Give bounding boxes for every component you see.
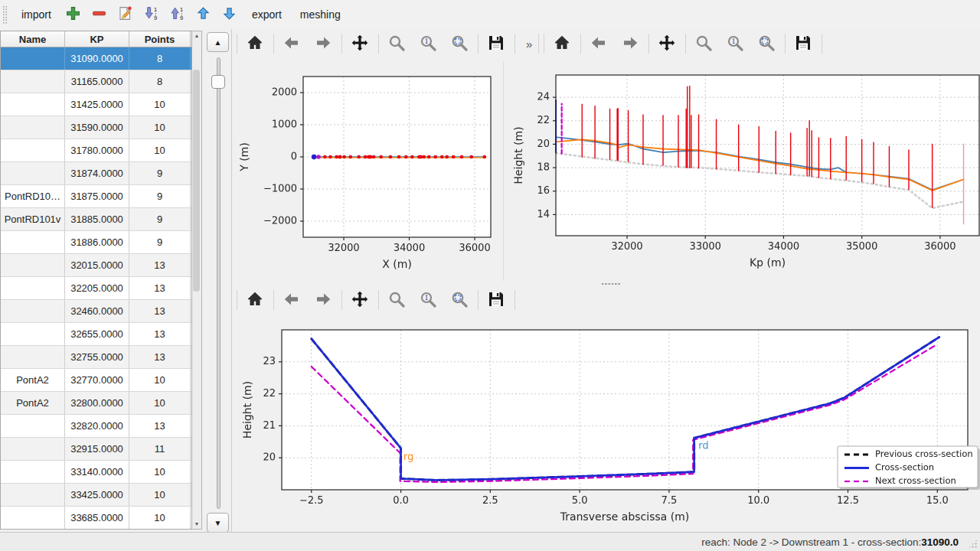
zoom-data-icon: 1 [419,34,437,54]
table-row[interactable]: 32205.000013 [1,277,191,300]
toolbar-separator [544,34,544,54]
table-row[interactable]: 31090.00008 [1,47,191,70]
scroll-up-icon[interactable]: ▲ [192,32,201,40]
cell-points: 8 [129,70,191,93]
move-down-button[interactable] [217,3,242,26]
cross-section-pan-button[interactable] [347,288,373,312]
toolbar-separator [237,290,237,310]
table-row[interactable]: 33140.000010 [1,461,191,484]
cell-name: PontA2 [1,392,65,414]
table-row[interactable]: 32655.000013 [1,323,191,346]
table-row[interactable]: 31590.000010 [1,116,191,139]
table-row[interactable]: 32915.000011 [1,438,191,461]
table-row[interactable]: 33685.000010 [1,507,191,530]
cell-points: 10 [129,461,191,483]
toolbar-separator [514,34,515,54]
cell-name: PontRD10… [1,185,65,207]
cross-section-plot[interactable] [234,312,980,532]
profile-home-button[interactable] [549,31,575,56]
scroll-down-icon[interactable]: ▼ [192,520,201,528]
figure-divider [503,61,504,281]
table-row[interactable]: PontRD10…31875.00009 [1,185,191,208]
plan-home-button[interactable] [242,31,268,56]
table-row[interactable]: PontA232770.000010 [1,369,191,392]
cross-section-back-button[interactable] [279,288,305,312]
cross-section-zoom-data-button[interactable]: 1 [415,288,441,312]
profile-zoom-button[interactable] [691,31,717,56]
cell-kp: 31090.0000 [65,47,129,70]
profile-back-button[interactable] [586,31,612,56]
sort-descending-button[interactable]: 1 9 [139,3,164,26]
table-row[interactable]: 32460.000013 [1,300,191,323]
plan-toolbar-overflow-button[interactable]: » [520,37,538,51]
cell-points: 10 [129,369,191,391]
cross-section-zoom-button[interactable] [384,288,410,312]
plan-back-button[interactable] [279,31,305,56]
cross-section-table[interactable]: Name KP Points 31090.0000831165.00008314… [0,31,192,530]
table-row[interactable]: 32820.000013 [1,415,191,438]
profile-forward-button[interactable] [617,31,643,56]
save-icon [794,34,812,54]
column-header-points[interactable]: Points [129,31,191,47]
table-row[interactable]: PontA232800.000010 [1,392,191,415]
plan-zoom-data-button[interactable]: 1 [415,31,441,56]
zoom-region-icon [757,34,776,54]
pan-icon [658,34,676,54]
forward-icon [621,34,639,54]
import-button[interactable]: import [12,4,60,25]
plan-view-plot[interactable] [234,61,504,281]
profile-zoom-data-button[interactable]: 1 [722,31,748,56]
profile-save-button[interactable] [790,31,816,56]
column-header-kp[interactable]: KP [65,31,129,47]
plan-save-button[interactable] [483,31,509,56]
cross-section-save-button[interactable] [483,288,509,312]
cell-points: 9 [129,208,191,230]
table-row[interactable]: PontRD101v31885.00009 [1,208,191,231]
profile-pan-button[interactable] [654,31,680,56]
resize-grip-icon[interactable] [968,539,978,549]
table-row[interactable]: 31874.00009 [1,162,191,185]
table-scrollbar-thumb[interactable] [193,70,200,292]
cross-section-slider-track[interactable] [217,57,220,509]
toolbar-drag-handle[interactable] [2,5,8,24]
table-row[interactable]: 32755.000013 [1,346,191,369]
cross-section-forward-button[interactable] [310,288,336,312]
add-cross-section-button[interactable] [61,3,86,26]
cell-kp: 31875.0000 [65,185,129,207]
cell-name [1,254,65,276]
column-header-name[interactable]: Name [1,31,65,47]
move-up-button[interactable] [191,3,216,26]
zoom-icon [694,34,713,54]
remove-cross-section-button[interactable] [87,3,112,26]
toolbar-separator [822,34,822,54]
plan-zoom-button[interactable] [384,31,410,56]
profile-plot[interactable] [505,61,980,281]
profile-zoom-region-button[interactable] [753,31,779,56]
sort-ascending-button[interactable]: 1 9 [165,3,190,26]
table-row[interactable]: 31886.00009 [1,231,191,254]
cross-section-home-button[interactable] [242,288,268,312]
home-icon [553,34,571,54]
meshing-button[interactable]: meshing [291,4,350,25]
export-button[interactable]: export [243,4,291,25]
table-row[interactable]: 32015.000013 [1,254,191,277]
table-row[interactable]: 31165.00008 [1,70,191,93]
plan-pan-button[interactable] [347,31,373,56]
cell-name [1,277,65,299]
next-cross-section-button[interactable]: ▼ [207,513,229,533]
horizontal-splitter[interactable] [232,281,980,287]
previous-cross-section-button[interactable]: ▲ [207,32,229,52]
table-row[interactable]: 33425.000010 [1,484,191,507]
cross-section-slider-thumb[interactable] [211,75,225,89]
plan-forward-button[interactable] [310,31,336,56]
plan-zoom-region-button[interactable] [446,31,472,56]
application-window: import 1 [0,0,980,551]
table-row[interactable]: 31425.000010 [1,93,191,116]
table-row[interactable]: 31780.000010 [1,139,191,162]
table-body: 31090.0000831165.0000831425.00001031590.… [1,47,191,530]
table-scrollbar[interactable]: ▲ ▼ [192,31,202,530]
cell-name [1,507,65,529]
edit-cross-section-button[interactable] [113,3,138,26]
cell-kp: 33425.0000 [65,484,129,506]
cross-section-zoom-region-button[interactable] [446,288,472,312]
